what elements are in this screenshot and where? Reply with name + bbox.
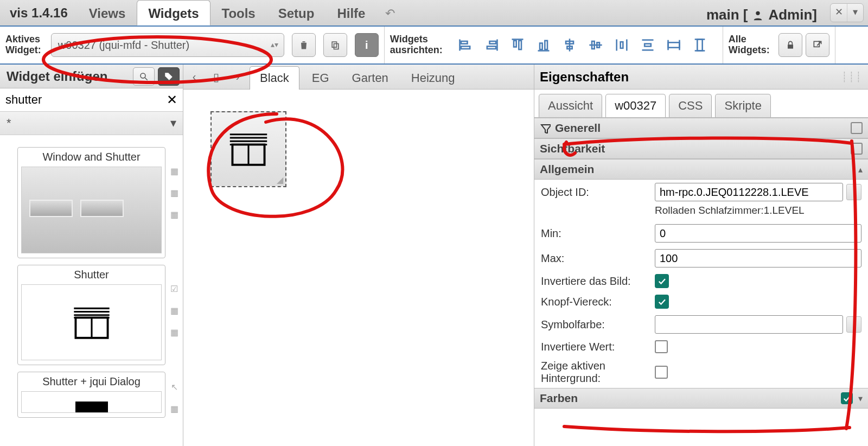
menu-views[interactable]: Views: [78, 0, 137, 26]
clear-search-icon[interactable]: ✕: [160, 92, 184, 107]
view-tab-garten[interactable]: Garten: [342, 66, 399, 90]
min-input[interactable]: [655, 224, 861, 243]
max-input[interactable]: [655, 249, 861, 267]
user-icon: [752, 9, 764, 21]
section-common[interactable]: Allgemein ▴: [534, 159, 868, 180]
view-tab-eg[interactable]: EG: [302, 66, 340, 90]
menu-help[interactable]: Hilfe: [326, 0, 376, 26]
section-checkbox[interactable]: [851, 143, 863, 155]
search-toggle-button[interactable]: [133, 67, 155, 86]
prop-tab-css[interactable]: CSS: [669, 94, 712, 117]
widget-card[interactable]: Shutter ☑ ▦ ▦: [17, 265, 165, 365]
view-tab-black[interactable]: Black: [250, 66, 299, 90]
menu-setup[interactable]: Setup: [267, 0, 326, 26]
widget-card[interactable]: Window and Shutter ▦ ▦ ▦: [17, 147, 165, 258]
prop-label: Object ID:: [541, 186, 655, 199]
funnel-icon: [540, 123, 551, 133]
widget-card-title: Window and Shutter: [21, 151, 162, 163]
export-all-button[interactable]: [806, 33, 829, 57]
tag-toggle-button[interactable]: [158, 67, 180, 86]
section-checkbox[interactable]: [841, 392, 853, 404]
prop-tab-scripts[interactable]: Skripte: [715, 94, 770, 117]
align-center-h-icon[interactable]: [562, 37, 577, 53]
widget-filter-select[interactable]: * ▾: [0, 112, 183, 135]
svg-rect-4: [461, 41, 468, 44]
same-height-icon[interactable]: [692, 37, 707, 53]
svg-point-35: [141, 73, 145, 78]
prop-label: Min:: [541, 227, 655, 240]
widget-card[interactable]: Shutter + jqui Dialog ↖ ▦: [17, 372, 165, 418]
svg-rect-30: [697, 40, 702, 51]
align-top-icon[interactable]: [510, 37, 525, 53]
align-center-v-icon[interactable]: [588, 37, 603, 53]
canvas[interactable]: ◢: [183, 90, 534, 446]
svg-line-36: [145, 78, 148, 80]
align-label: Widgets ausrichten:: [390, 34, 448, 56]
prop-label: Knopf-Viereck:: [541, 296, 655, 308]
section-title: Allgemein: [540, 163, 594, 176]
widget-search-input[interactable]: [0, 88, 160, 111]
lock-all-button[interactable]: [778, 33, 802, 57]
delete-widget-button[interactable]: [292, 33, 316, 57]
view-tab-heizung[interactable]: Heizung: [401, 66, 465, 90]
symbol-color-input[interactable]: [655, 315, 843, 334]
section-title: Generell: [555, 122, 601, 135]
window-buttons: ✕ ▾: [830, 3, 864, 22]
svg-rect-26: [644, 44, 651, 47]
browse-object-button[interactable]: [846, 184, 861, 200]
chevron-down-icon: ▾: [858, 393, 863, 404]
active-bg-checkbox[interactable]: [655, 366, 668, 379]
button-square-checkbox[interactable]: [655, 295, 669, 309]
info-widget-button[interactable]: i: [355, 33, 379, 57]
menu-bar: vis 1.4.16 Views Widgets Tools Setup Hil…: [0, 0, 868, 27]
same-width-icon[interactable]: [666, 37, 681, 53]
resize-handle-icon[interactable]: ◢: [277, 175, 283, 185]
section-general[interactable]: Generell: [534, 118, 868, 138]
menu-widgets[interactable]: Widgets: [137, 0, 210, 26]
align-left-icon[interactable]: [458, 37, 473, 53]
svg-rect-14: [545, 41, 547, 49]
shutter-icon: [70, 303, 113, 341]
context-view: main [: [706, 7, 748, 23]
svg-rect-2: [334, 44, 338, 49]
distribute-v-icon[interactable]: [640, 37, 655, 53]
svg-rect-23: [621, 42, 623, 48]
clipboard-icon[interactable]: ▯: [205, 71, 227, 84]
prop-tab-view[interactable]: Aussicht: [539, 94, 602, 117]
properties-title: Eigenschaften: [540, 69, 841, 85]
invert-image-checkbox[interactable]: [655, 274, 669, 288]
invert-value-checkbox[interactable]: [655, 340, 668, 353]
color-picker-button[interactable]: [846, 316, 861, 333]
section-colors[interactable]: Farben ▾: [534, 388, 868, 409]
align-right-icon[interactable]: [484, 37, 499, 53]
shutter-icon: [227, 130, 270, 168]
undo-icon[interactable]: ↶: [376, 0, 404, 26]
widget-card-title: Shutter: [21, 269, 162, 281]
svg-rect-13: [540, 43, 542, 50]
close-icon[interactable]: ✕: [831, 4, 847, 22]
svg-rect-5: [461, 46, 470, 49]
distribute-h-icon[interactable]: [614, 37, 629, 53]
grid-icon: ▦: [165, 399, 183, 418]
section-title: Sichtbarkeit: [540, 142, 605, 155]
chevron-down-icon[interactable]: ▾: [847, 4, 863, 22]
active-widget-select[interactable]: w00327 (jqui-mfd - Shutter) ▴▾: [51, 33, 284, 57]
align-bottom-icon[interactable]: [536, 37, 551, 53]
placed-shutter-widget[interactable]: ◢: [210, 111, 286, 187]
section-checkbox[interactable]: [851, 122, 863, 134]
chevron-down-icon: ▾: [170, 116, 176, 130]
grid-icon: ▦: [165, 323, 183, 341]
svg-rect-11: [519, 41, 521, 49]
copy-widget-button[interactable]: [323, 33, 347, 57]
next-tab-icon[interactable]: ›: [227, 71, 248, 83]
cursor-icon: ↖: [165, 378, 183, 396]
prev-tab-icon[interactable]: ‹: [183, 71, 205, 83]
object-id-input[interactable]: [655, 183, 843, 201]
menu-tools[interactable]: Tools: [210, 0, 267, 26]
prop-tab-widget[interactable]: w00327: [605, 94, 666, 117]
drag-handle-icon[interactable]: ┊┊┊: [841, 71, 863, 83]
app-title: vis 1.4.16: [0, 0, 78, 26]
all-widgets-label: Alle Widgets:: [729, 34, 775, 56]
prop-label: Max:: [541, 252, 655, 265]
section-visibility[interactable]: Sichtbarkeit: [534, 138, 868, 159]
